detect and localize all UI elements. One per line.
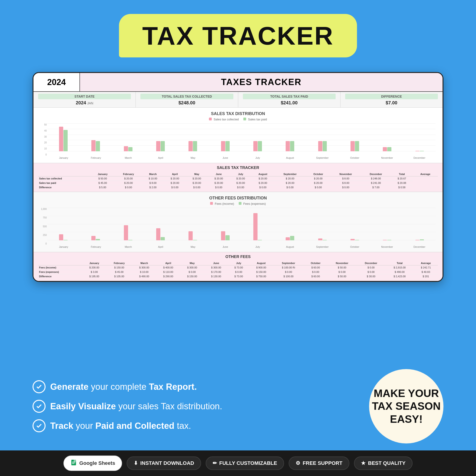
- bar-income-0: [59, 234, 63, 240]
- fees-cell-2-18: $ 60.00: [304, 274, 327, 279]
- sales-tax-chart-title: SALES TAX DISTRIBUTION: [40, 111, 436, 116]
- fees-cell-2-26: $ 201: [414, 274, 438, 279]
- support-badge[interactable]: ⚙ FREE SUPPORT: [289, 457, 349, 470]
- google-sheets-badge[interactable]: Google Sheets: [64, 456, 122, 471]
- bar-expense-10: [387, 240, 391, 240]
- row-label-2: Difference: [38, 185, 90, 190]
- total-paid-label: TOTAL SALES TAX PAID: [243, 94, 336, 99]
- bar-collected-3: [156, 141, 160, 151]
- bar-collected-0: [59, 127, 63, 151]
- bar-income-9: [351, 239, 355, 240]
- feature-1-text: Generate your complete Tax Report.: [50, 382, 197, 392]
- fees-cell-1-6: $ 110.00: [156, 270, 180, 274]
- cell-0-12: $ 20.00: [230, 176, 252, 181]
- table-header-row: January February March April May June Ju…: [38, 172, 438, 176]
- legend-income-dot: [210, 202, 213, 205]
- col-header-feb: February: [115, 172, 142, 176]
- fees-col-jun: June: [204, 261, 228, 265]
- fees-cell-2-22: $ 30.00: [357, 274, 385, 279]
- bar-expense-3: [161, 237, 165, 240]
- fees-cell-1-20: $ 0.00: [327, 270, 357, 274]
- instant-download-badge[interactable]: ⬇ INSTANT DOWNLOAD: [127, 457, 201, 470]
- bar-income-2: [124, 225, 128, 240]
- other-fees-table: January February March April May June Ju…: [38, 261, 438, 278]
- bar-income-11: [415, 240, 420, 240]
- customizable-badge[interactable]: ✏ FULLY CUSTOMIZABLE: [206, 457, 284, 470]
- fees-cell-0-14: $ 900.00: [249, 265, 273, 270]
- month-label-0: January: [47, 156, 80, 159]
- bar-income-8: [318, 238, 322, 240]
- quality-badge[interactable]: ★ BEST QUALITY: [354, 457, 412, 470]
- sales-tax-chart-wrapper: 50403020100: [40, 123, 436, 156]
- fees-cell-0-8: $ 300.00: [180, 265, 204, 270]
- bar-group-june: [209, 141, 241, 151]
- bar-collected-1: [91, 140, 96, 151]
- month-label-1: February: [80, 156, 112, 159]
- fees-cell-0-16: $ 100.00 Ri: [273, 265, 304, 270]
- other-fees-tbody: Fees (income)$ 200.00$ 150.00$ 300.00$ 4…: [38, 265, 438, 279]
- fees-bar-group-3: [145, 228, 176, 240]
- fees-bar-group-9: [339, 239, 371, 240]
- fees-cell-1-22: $ 0.00: [357, 270, 385, 274]
- fees-col-label: [38, 261, 82, 265]
- cta-text: MAKE YOUR TAX SEASON EASY!: [369, 387, 443, 425]
- col-header-jan: January: [90, 172, 115, 176]
- bar-income-10: [383, 240, 387, 240]
- fees-month-label-4: May: [177, 245, 209, 248]
- legend-paid-dot: [243, 118, 246, 120]
- bar-income-5: [221, 231, 225, 240]
- col-header-jul: July: [230, 172, 252, 176]
- support-label: FREE SUPPORT: [303, 460, 342, 466]
- feature-2-text: Easily Visualize your sales Tax distribu…: [50, 401, 222, 411]
- sales-tax-legend: Sales tax collected Sales tax paid: [40, 118, 436, 121]
- month-label-8: September: [306, 156, 339, 159]
- fees-cell-2-14: $ 750.00: [249, 274, 273, 279]
- month-label-10: November: [371, 156, 403, 159]
- bar-expense-6: [258, 240, 262, 240]
- fees-row-label-0: Fees (income): [38, 265, 82, 270]
- fees-bar-group-6: [242, 213, 273, 240]
- fees-col-dec: December: [357, 261, 385, 265]
- sales-tax-table-section: SALES TAX TRACKER January February March…: [34, 163, 442, 192]
- fees-month-label-9: October: [339, 245, 371, 248]
- customizable-label: FULLY CUSTOMIZABLE: [219, 460, 277, 466]
- cta-bubble: MAKE YOUR TAX SEASON EASY!: [369, 369, 443, 443]
- bar-paid-7: [290, 141, 294, 151]
- bar-group-april: [145, 141, 176, 151]
- bar-income-7: [286, 237, 290, 240]
- feature-1: Generate your complete Tax Report.: [33, 380, 383, 393]
- fees-bar-group-11: [404, 239, 436, 240]
- cell-0-10: $ 20.00: [208, 176, 230, 181]
- start-date-month: JAN: [87, 101, 93, 105]
- other-fees-month-labels: JanuaryFebruaryMarchAprilMayJuneJulyAugu…: [40, 245, 436, 248]
- other-fees-chart-wrapper: 1,0007505002500: [40, 208, 436, 245]
- bar-paid-3: [161, 141, 165, 151]
- cell-0-18: $ 20.00: [306, 176, 330, 181]
- month-label-11: December: [403, 156, 436, 159]
- cell-2-22: $ 7.00: [361, 185, 391, 190]
- fees-header-row: January February March April May June Ju…: [38, 261, 438, 265]
- check-icon-1: [33, 380, 46, 393]
- fees-bar-group-7: [274, 236, 306, 240]
- cell-2-8: $ 0.00: [186, 185, 208, 190]
- bar-collected-4: [188, 141, 193, 151]
- fees-col-apr: April: [156, 261, 180, 265]
- col-header-aug: August: [252, 172, 274, 176]
- fees-table-row: Fees (income)$ 200.00$ 150.00$ 300.00$ 4…: [38, 265, 438, 270]
- cell-0-20: $ 8.00: [330, 176, 361, 181]
- bar-collected-7: [286, 141, 290, 151]
- fees-month-label-3: April: [145, 245, 177, 248]
- quality-label: BEST QUALITY: [368, 460, 405, 466]
- bar-income-6: [253, 213, 257, 240]
- fees-col-jul: July: [228, 261, 249, 265]
- table-row: Difference$ 5.00$ 0.00$ 2.00$ 0.00$ 0.00…: [38, 185, 438, 190]
- cell-1-14: $ 20.00: [252, 181, 274, 185]
- cell-1-0: $ 45.00: [90, 181, 115, 185]
- cell-2-10: $ 0.00: [208, 185, 230, 190]
- cell-0-8: $ 20.00: [186, 176, 208, 181]
- bar-collected-9: [351, 141, 355, 151]
- bar-collected-11: [415, 151, 420, 151]
- fees-cell-0-2: $ 150.00: [106, 265, 132, 270]
- start-date-value: 2024: [76, 100, 86, 105]
- legend-expenses: Fees (expenses): [239, 202, 266, 205]
